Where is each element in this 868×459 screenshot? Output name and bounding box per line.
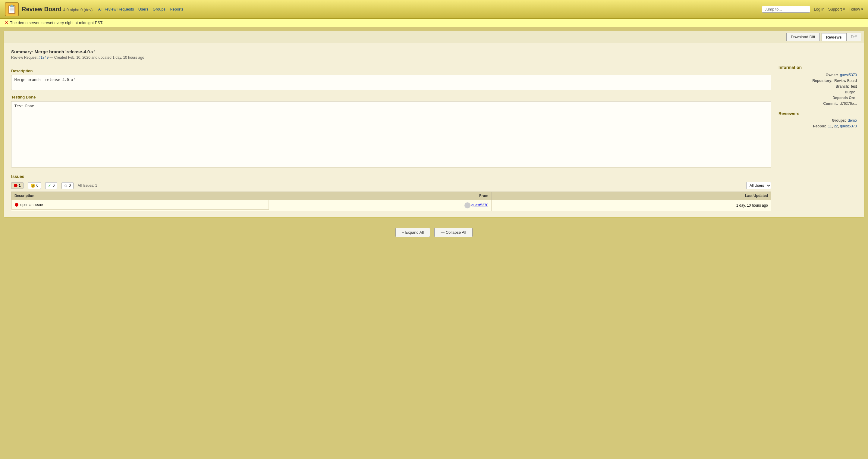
download-diff-button[interactable]: Download Diff <box>786 33 820 41</box>
info-repository-row: Repository: Review Board <box>778 78 857 83</box>
app-title-block: Review Board 4.0 alpha 0 (dev) <box>22 6 93 13</box>
branch-value: test <box>851 84 857 89</box>
diff-tab-button[interactable]: Diff <box>846 33 861 41</box>
review-body: Summary: Merge branch 'release-4.0.x' Re… <box>4 43 864 217</box>
depends-label: Depends On: <box>832 96 855 100</box>
review-request-number[interactable]: #1849 <box>38 56 49 60</box>
commit-value: d76276e... <box>840 101 857 106</box>
information-title: Information <box>778 65 857 70</box>
summary-heading: Summary: Merge branch 'release-4.0.x' <box>11 49 857 54</box>
issue-updated-cell: 1 day, 10 hours ago <box>492 200 771 211</box>
groups-link[interactable]: demo <box>848 118 857 123</box>
info-commit-row: Commit: d76276e... <box>778 101 857 106</box>
warning-icon: 😟 <box>30 184 35 188</box>
issues-section: Issues 1 😟 0 ✓ 0 <box>11 174 771 211</box>
owner-value: guest5370 <box>840 73 857 77</box>
description-label: Description <box>11 69 771 73</box>
col-last-updated-header: Last Updated <box>492 192 771 200</box>
issue-from-cell: guest5370 <box>269 200 491 211</box>
app-logo-icon: 📋 <box>5 2 19 16</box>
content-toolbar: Download Diff Reviews Diff <box>4 31 864 43</box>
issues-filter-row: 1 😟 0 ✓ 0 ⊘ 0 <box>11 182 771 189</box>
bottom-bar: + Expand All — Collapse All <box>0 221 868 246</box>
jump-to-input[interactable] <box>762 6 810 13</box>
main-columns: Description Merge branch 'release-4.0.x'… <box>11 65 857 211</box>
open-issues-count: 1 <box>19 184 21 188</box>
top-right-actions: Log in Support Follow <box>762 6 863 13</box>
checkmark-icon: ✓ <box>48 184 51 188</box>
info-panel: Information Owner: guest5370 Repository:… <box>778 65 857 128</box>
dropped-icon: ⊘ <box>64 184 67 188</box>
login-link[interactable]: Log in <box>814 7 824 11</box>
owner-label: Owner: <box>826 73 838 77</box>
all-issues-label: All Issues: 1 <box>78 184 97 188</box>
repository-label: Repository: <box>812 78 833 83</box>
nav-reports[interactable]: Reports <box>170 7 184 11</box>
warning-issues-badge[interactable]: 😟 0 <box>28 182 41 189</box>
owner-link[interactable]: guest5370 <box>840 73 857 77</box>
person-guest5370-link[interactable]: guest5370 <box>840 124 857 128</box>
info-bugs-row: Bugs: <box>778 90 857 94</box>
dropped-issues-badge[interactable]: ⊘ 0 <box>61 182 73 189</box>
demo-banner-message: The demo server is reset every night at … <box>10 21 103 25</box>
review-meta-text: — Created Feb. 10, 2020 and updated 1 da… <box>50 56 144 60</box>
app-title-text: Review Board <box>22 6 61 12</box>
review-request-label: Review Request <box>11 56 37 60</box>
nav-users[interactable]: Users <box>138 7 149 11</box>
left-column: Description Merge branch 'release-4.0.x'… <box>11 65 771 211</box>
main-nav-links: All Review Requests Users Groups Reports <box>98 7 762 11</box>
commit-label: Commit: <box>824 101 838 106</box>
issues-table: Description From Last Updated open an is… <box>11 192 771 211</box>
top-navigation: 📋 Review Board 4.0 alpha 0 (dev) All Rev… <box>0 0 868 19</box>
app-title: Review Board 4.0 alpha 0 (dev) <box>22 6 93 13</box>
col-description-header: Description <box>11 192 269 200</box>
summary-label: Summary: <box>11 49 33 54</box>
dropped-issues-count: 0 <box>69 184 71 188</box>
issue-from-link[interactable]: guest5370 <box>471 203 488 207</box>
expand-all-button[interactable]: + Expand All <box>396 228 430 237</box>
content-area: Download Diff Reviews Diff Summary: Merg… <box>4 31 864 218</box>
app-version: 4.0 alpha 0 (dev) <box>63 7 93 12</box>
right-column: Information Owner: guest5370 Repository:… <box>778 65 857 211</box>
issue-desc-cell: open an issue <box>11 200 269 209</box>
resolved-issues-badge[interactable]: ✓ 0 <box>45 182 57 189</box>
branch-label: Branch: <box>835 84 849 89</box>
person-22-link[interactable]: 22 <box>834 124 838 128</box>
logo-emoji: 📋 <box>7 4 17 14</box>
nav-groups[interactable]: Groups <box>153 7 166 11</box>
open-issues-badge[interactable]: 1 <box>11 182 24 189</box>
testing-done-box: Test Done <box>11 101 771 167</box>
reviewers-groups-row: Groups: demo <box>778 118 857 123</box>
summary-value: Merge branch 'release-4.0.x' <box>35 49 95 54</box>
info-depends-row: Depends On: <box>778 96 857 100</box>
testing-done-label: Testing Done <box>11 95 771 99</box>
description-box: Merge branch 'release-4.0.x' <box>11 75 771 90</box>
resolved-issues-count: 0 <box>53 184 55 188</box>
info-owner-row: Owner: guest5370 <box>778 73 857 77</box>
issues-table-body: open an issue guest5370 1 day, 10 hours … <box>11 200 771 211</box>
issue-description: open an issue <box>21 203 43 207</box>
warning-issues-count: 0 <box>36 184 38 188</box>
demo-banner: ✕ The demo server is reset every night a… <box>0 19 868 27</box>
close-banner-button[interactable]: ✕ <box>5 21 8 25</box>
follow-link[interactable]: Follow <box>849 7 863 11</box>
issues-user-select[interactable]: All Users <box>746 182 771 189</box>
person-11-link[interactable]: 11 <box>828 124 832 128</box>
issue-avatar <box>464 202 470 208</box>
reviews-tab-button[interactable]: Reviews <box>822 33 846 41</box>
collapse-all-button[interactable]: — Collapse All <box>434 228 472 237</box>
review-meta: Review Request #1849 — Created Feb. 10, … <box>11 56 857 60</box>
groups-label: Groups: <box>832 118 846 123</box>
info-branch-row: Branch: test <box>778 84 857 89</box>
reviewers-title: Reviewers <box>778 111 857 116</box>
reviewers-people-row: People: 11, 22, guest5370 <box>778 124 857 128</box>
people-label: People: <box>813 124 826 128</box>
issues-label: Issues <box>11 174 771 179</box>
groups-value: demo <box>848 118 857 123</box>
table-row: open an issue guest5370 1 day, 10 hours … <box>11 200 771 211</box>
support-link[interactable]: Support <box>828 7 845 11</box>
open-issue-dot <box>14 184 18 187</box>
nav-all-review-requests[interactable]: All Review Requests <box>98 7 134 11</box>
repository-value: Review Board <box>834 78 857 83</box>
issue-status-dot <box>15 203 19 207</box>
